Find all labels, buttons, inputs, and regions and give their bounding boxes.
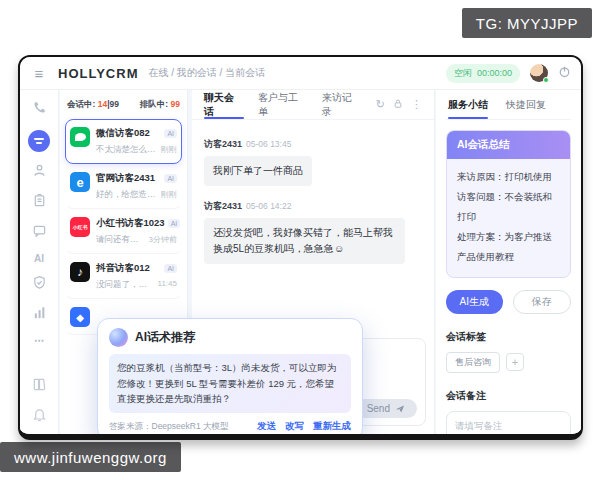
queue-label: 排队中: xyxy=(140,99,168,109)
message-square-icon[interactable] xyxy=(32,223,47,242)
lock-icon[interactable] xyxy=(393,98,403,111)
preview: 没问题了，谢谢！ xyxy=(96,279,155,291)
preview: 请问还有什么可· xyxy=(96,234,146,246)
summary-line: 访客问题：不会装纸和打印 xyxy=(457,187,560,227)
topbar: ≡ HOLLYCRM 在线 / 我的会话 / 当前会话 空闲 00:00:00 xyxy=(20,57,581,90)
contacts-icon[interactable] xyxy=(32,163,47,182)
orders-icon[interactable] xyxy=(32,193,47,212)
tab-customer-tickets[interactable]: 客户与工单 xyxy=(258,90,308,119)
preview: 不太清楚怎么装… xyxy=(96,144,158,156)
visitor-name: 官网访客2431 xyxy=(96,172,155,185)
tab-service-summary[interactable]: 服务小结 xyxy=(448,90,488,119)
tags-title: 会话标签 xyxy=(446,330,571,344)
ai-badge: AI xyxy=(164,174,177,183)
nav-rail: AI ⋯ xyxy=(20,90,59,434)
service-tabs: 服务小结 快捷回复 xyxy=(446,90,571,120)
time: 刚刚 xyxy=(161,144,177,156)
tab-chat-session[interactable]: 聊天会话 xyxy=(204,90,244,119)
notes-title: 会话备注 xyxy=(446,389,571,403)
content-area: AI ⋯ 会话中: 14|99 排队中: 99 xyxy=(20,90,581,434)
ai-summary-title: AI会话总结 xyxy=(447,131,570,159)
ai-tools-icon[interactable]: AI xyxy=(34,253,44,264)
regenerate-button[interactable]: 重新生成 xyxy=(313,420,351,433)
service-panel: 服务小结 快捷回复 AI会话总结 来访原因：打印机使用 访客问题：不会装纸和打印… xyxy=(436,90,581,434)
refresh-icon[interactable]: ↻ xyxy=(376,98,385,111)
visitor-message: 我刚下单了一件商品 xyxy=(204,156,312,186)
more-icon[interactable]: ⋯ xyxy=(34,335,44,346)
in-session-count: 14 xyxy=(98,99,107,109)
time: 刚刚 xyxy=(161,189,177,201)
send-button[interactable]: Send xyxy=(355,399,417,418)
ai-suggestion-popup: AI话术推荐 您的豆浆机（当前型号：3L）尚未发货，可以立即为您修改！更换到 5… xyxy=(97,318,363,440)
send-label: Send xyxy=(367,403,390,414)
message-meta: 访客243105-06 14:22 xyxy=(204,200,422,213)
conversation-item-web[interactable]: e 官网访客2431 AI 好的，给您造成… 刚刚 xyxy=(65,164,182,209)
shield-check-icon[interactable] xyxy=(32,275,47,294)
visitor-message: 还没发货吧，我好像买错了，能马上帮我换成5L的豆浆机吗，急急急☺ xyxy=(204,218,405,264)
avatar[interactable] xyxy=(530,64,548,82)
add-tag-button[interactable]: + xyxy=(506,353,524,371)
suggested-reply-text: 您的豆浆机（当前型号：3L）尚未发货，可以立即为您修改！更换到 5L 型号需要补… xyxy=(109,354,351,413)
knowledge-book-icon[interactable] xyxy=(32,377,47,396)
in-session-total: |99 xyxy=(107,99,119,109)
message-time: 05-06 13:45 xyxy=(246,139,291,149)
site-url-badge: www.jinfuwenggw.org xyxy=(0,442,181,472)
conversation-counters: 会话中: 14|99 排队中: 99 xyxy=(65,96,182,119)
app-window: ≡ HOLLYCRM 在线 / 我的会话 / 当前会话 空闲 00:00:00 … xyxy=(18,55,583,440)
tab-quick-replies[interactable]: 快捷回复 xyxy=(506,90,546,119)
tab-visit-history[interactable]: 来访记录 xyxy=(322,90,362,119)
online-dot-icon xyxy=(543,77,549,83)
rewrite-button[interactable]: 改写 xyxy=(285,420,304,433)
message-time: 05-06 14:22 xyxy=(246,201,291,211)
kebab-menu-icon[interactable]: ⋮ xyxy=(411,98,422,111)
ai-badge: AI xyxy=(164,264,177,273)
wechat-icon xyxy=(70,127,90,147)
ai-orb-icon xyxy=(109,328,128,347)
in-session-label: 会话中: xyxy=(67,99,95,109)
answer-source: 答案来源：DeepseekR1 大模型 xyxy=(109,421,229,433)
ai-summary-card: AI会话总结 来访原因：打印机使用 访客问题：不会装纸和打印 处理方案：为客户推… xyxy=(446,130,571,278)
chat-sessions-icon[interactable] xyxy=(28,130,50,152)
sender-name: 访客2431 xyxy=(204,201,242,211)
chat-tabs: 聊天会话 客户与工单 来访记录 ↻ ⋮ xyxy=(192,90,434,120)
summary-line: 处理方案：为客户推送产品使用教程 xyxy=(457,227,560,267)
power-icon[interactable] xyxy=(558,64,571,82)
send-suggestion-button[interactable]: 发送 xyxy=(257,420,276,433)
conversation-item-wechat[interactable]: 微信访客082 AI 不太清楚怎么装… 刚刚 xyxy=(65,119,182,164)
sender-name: 访客2431 xyxy=(204,139,242,149)
brand-logo: HOLLYCRM xyxy=(58,66,138,81)
menu-icon[interactable]: ≡ xyxy=(30,65,48,82)
conversation-item-douyin[interactable]: ♪ 抖音访客012 AI 没问题了，谢谢！ 11:45 xyxy=(65,254,182,299)
stats-icon[interactable] xyxy=(32,305,47,324)
status-label: 空闲 xyxy=(454,67,472,80)
douyin-icon: ♪ xyxy=(70,262,90,282)
save-button[interactable]: 保存 xyxy=(513,290,572,314)
ai-badge: AI xyxy=(164,129,177,138)
ai-badge: AI xyxy=(168,219,181,228)
phone-icon[interactable] xyxy=(32,100,47,119)
time: 11:45 xyxy=(158,279,177,291)
message-list: 访客243105-06 13:45 我刚下单了一件商品 访客243105-06 … xyxy=(192,120,434,274)
bell-icon[interactable] xyxy=(32,407,47,426)
conversation-item-xiaohongshu[interactable]: 小红书 小红书访客1023 AI 请问还有什么可· 3分钟前 xyxy=(65,209,182,254)
visitor-name: 小红书访客1023 xyxy=(96,217,165,230)
tg-badge: TG: MYYJJPP xyxy=(462,8,592,38)
agent-status-pill[interactable]: 空闲 00:00:00 xyxy=(446,64,520,83)
ai-summary-body: 来访原因：打印机使用 访客问题：不会装纸和打印 处理方案：为客户推送产品使用教程 xyxy=(447,159,570,277)
breadcrumb: 在线 / 我的会话 / 当前会话 xyxy=(148,66,265,80)
ai-generate-button[interactable]: AI生成 xyxy=(446,290,503,314)
queue-count: 99 xyxy=(171,99,180,109)
popup-title: AI话术推荐 xyxy=(135,329,195,346)
xiaohongshu-icon: 小红书 xyxy=(70,217,90,237)
web-channel-icon: e xyxy=(70,172,90,192)
visitor-name: 抖音访客012 xyxy=(96,262,150,275)
app-channel-icon: ◆ xyxy=(70,307,90,327)
time: 3分钟前 xyxy=(149,234,177,246)
visitor-name: 微信访客082 xyxy=(96,127,150,140)
paper-plane-icon xyxy=(395,404,405,414)
message-meta: 访客243105-06 13:45 xyxy=(204,138,422,151)
status-timer: 00:00:00 xyxy=(477,68,512,78)
summary-line: 来访原因：打印机使用 xyxy=(457,167,560,187)
notes-textarea[interactable] xyxy=(446,411,571,440)
tag-after-sales[interactable]: 售后咨询 xyxy=(446,352,500,373)
